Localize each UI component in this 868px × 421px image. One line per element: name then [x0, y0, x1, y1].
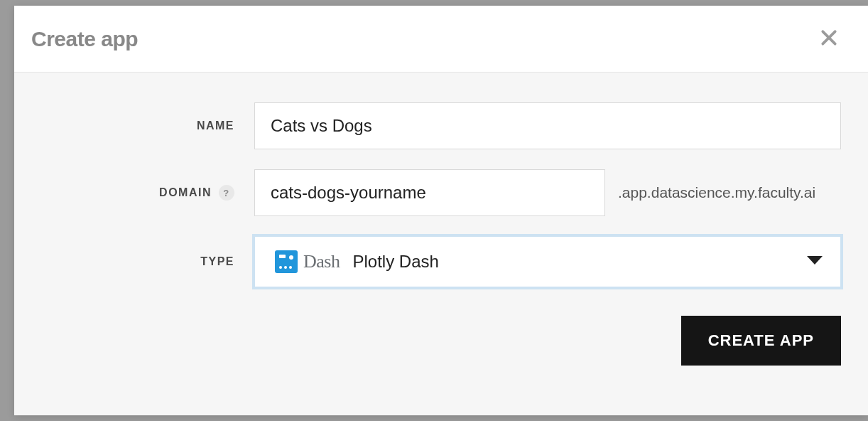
modal-footer: CREATE APP [41, 316, 841, 366]
domain-label-text: DOMAIN [159, 186, 212, 199]
type-select-wrap: Dash Plotly Dash [254, 236, 841, 287]
help-icon[interactable]: ? [219, 185, 234, 201]
type-selected-value: Plotly Dash [352, 252, 438, 272]
create-app-button[interactable]: CREATE APP [681, 316, 841, 366]
type-label-text: TYPE [200, 255, 234, 268]
domain-input-wrap: .app.datascience.my.faculty.ai [254, 169, 841, 216]
modal-header: Create app [14, 6, 868, 73]
type-label: TYPE [41, 255, 254, 268]
domain-label: DOMAIN ? [41, 185, 254, 201]
domain-suffix: .app.datascience.my.faculty.ai [618, 184, 815, 201]
name-label: NAME [41, 119, 254, 132]
dash-logo: Dash [275, 250, 340, 273]
form-row-type: TYPE Dash Plotly Dash [41, 236, 841, 287]
dash-wordmark: Dash [303, 251, 340, 272]
form-row-domain: DOMAIN ? .app.datascience.my.faculty.ai [41, 169, 841, 216]
dash-logo-icon [275, 250, 298, 273]
name-input-wrap [254, 102, 841, 149]
modal-body: NAME DOMAIN ? .app.datascience.my.facult… [14, 73, 868, 415]
name-label-text: NAME [197, 119, 234, 132]
type-select[interactable]: Dash Plotly Dash [254, 236, 841, 287]
domain-input[interactable] [254, 169, 605, 216]
name-input[interactable] [254, 102, 841, 149]
close-button[interactable] [817, 26, 841, 52]
create-app-modal: Create app NAME DOMAIN ? [14, 6, 868, 415]
modal-title: Create app [31, 27, 138, 51]
form-row-name: NAME [41, 102, 841, 149]
close-icon [820, 28, 838, 49]
